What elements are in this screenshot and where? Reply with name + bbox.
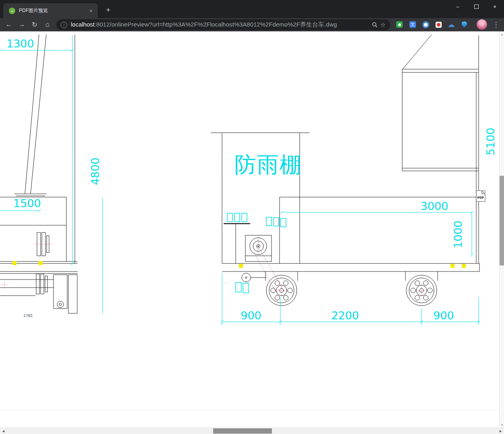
scroll-down-icon[interactable]: ▼	[500, 422, 504, 428]
dimension-900-right: 900	[433, 309, 454, 322]
forward-button[interactable]: →	[16, 19, 27, 30]
shelter-label: 防雨棚	[235, 152, 302, 177]
dimension-4800: 4800	[89, 158, 101, 185]
url-path: :8012/onlinePreview?url=http%3A%2F%2Floc…	[95, 21, 337, 28]
back-button[interactable]: ←	[3, 19, 14, 30]
centerlines	[1, 237, 428, 296]
profile-avatar[interactable]	[477, 19, 487, 30]
scroll-up-icon[interactable]: ▲	[500, 31, 504, 37]
browser-toolbar: ← → ↻ ⌂ i localhost:8012/onlinePreview?u…	[0, 18, 504, 31]
dimension-3000: 3000	[421, 200, 448, 212]
extension-icon-red[interactable]	[433, 19, 444, 30]
tab-strip: PDF图片预览 × + – ×	[0, 0, 504, 18]
browser-menu-icon[interactable]: ⋮	[491, 19, 501, 30]
dimension-1785: 1785	[23, 314, 33, 318]
tab-close-icon[interactable]: ×	[87, 7, 95, 14]
dimensions	[0, 35, 480, 325]
extension-icon-green[interactable]	[394, 19, 405, 30]
dimension-900-left: 900	[241, 309, 261, 322]
pdf-attachment-icon[interactable]: PDF	[476, 191, 485, 202]
close-button[interactable]: ×	[485, 0, 504, 13]
scroll-left-icon[interactable]: ◄	[0, 428, 7, 434]
tab-pdf-preview[interactable]: PDF图片预览 ×	[3, 3, 98, 18]
bookmark-star-icon[interactable]: ☆	[381, 21, 386, 29]
vertical-scrollbar[interactable]: ▲ ▼	[499, 31, 504, 428]
minimize-button[interactable]: –	[448, 0, 467, 13]
maximize-button[interactable]	[467, 0, 485, 13]
dimension-1500: 1500	[13, 197, 41, 210]
spring-favicon	[9, 8, 15, 14]
extension-icon-cloud[interactable]: ☁	[446, 19, 457, 30]
extension-icon-translate[interactable]: 文	[407, 19, 418, 30]
scroll-right-icon[interactable]: ►	[497, 428, 504, 434]
pdf-badge-text: PDF	[477, 196, 484, 200]
tab-title: PDF图片预览	[19, 7, 87, 14]
horizontal-scrollbar-thumb[interactable]	[213, 428, 272, 434]
dimension-labels: 1300 4800 1500 5100 3000 1000 900 2200 9…	[6, 37, 497, 322]
browser-window: PDF图片预览 × + – × ← → ↻ ⌂ i localhost:8012…	[0, 0, 504, 434]
maximize-icon	[474, 4, 479, 9]
horizontal-scrollbar[interactable]: ◄ ►	[0, 428, 504, 434]
home-button[interactable]: ⌂	[42, 19, 53, 30]
url-host: localhost	[71, 21, 95, 28]
dimension-5100: 5100	[484, 128, 497, 156]
vertical-scrollbar-thumb[interactable]	[500, 176, 504, 265]
address-bar[interactable]: i localhost:8012/onlinePreview?url=http%…	[56, 19, 390, 30]
dwg-preview-page: 1300 4800 1500 5100 3000 1000 900 2200 9…	[0, 31, 499, 428]
dimension-2200: 2200	[331, 309, 359, 322]
new-tab-button[interactable]: +	[103, 5, 113, 15]
url-text: localhost:8012/onlinePreview?url=http%3A…	[71, 21, 369, 29]
extension-icon-ring[interactable]	[420, 19, 431, 30]
extension-icon-shield[interactable]	[459, 19, 469, 30]
left-elevation-view	[0, 35, 78, 313]
cad-drawing: 1300 4800 1500 5100 3000 1000 900 2200 9…	[0, 31, 499, 428]
page-info-icon[interactable]: i	[61, 22, 67, 28]
dimension-1300: 1300	[6, 37, 34, 50]
reload-button[interactable]: ↻	[29, 19, 40, 30]
dimension-1000: 1000	[452, 221, 464, 249]
window-controls: – ×	[448, 0, 504, 13]
highlight-marks	[12, 261, 466, 268]
zoom-icon[interactable]	[372, 22, 378, 28]
